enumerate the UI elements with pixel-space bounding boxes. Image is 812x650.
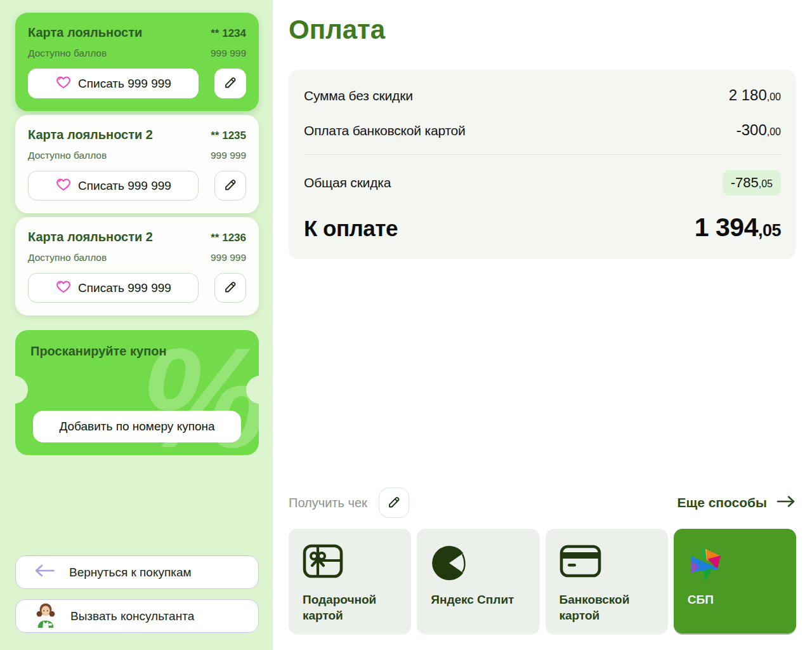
main-spacer	[289, 259, 796, 488]
receipt-label: Получить чек	[289, 496, 367, 510]
yandex-split-icon	[431, 544, 469, 584]
total-label: К оплате	[304, 216, 398, 241]
redeem-points-button[interactable]: Списать 999 999	[28, 171, 199, 201]
payment-method-label: Яндекс Сплит	[431, 592, 533, 608]
summary-divider	[304, 154, 781, 155]
loyalty-card: Карта лояльности 2 ** 1236 Доступно балл…	[15, 217, 259, 315]
edit-points-button[interactable]	[214, 69, 246, 98]
loyalty-card-number: ** 1236	[211, 232, 246, 244]
total-row: К оплате 1 394,05	[304, 213, 781, 242]
coupon-notch	[246, 376, 259, 404]
pay-sbp-tile[interactable]: СБП	[674, 529, 796, 633]
pay-yandex-split-tile[interactable]: Яндекс Сплит	[417, 529, 539, 633]
bank-card-icon	[560, 544, 601, 580]
redeem-label: Списать 999 999	[78, 281, 171, 295]
summary-row-label: Оплата банковской картой	[304, 123, 466, 138]
loyalty-card-title: Карта лояльности	[28, 25, 142, 40]
arrow-right-icon	[776, 494, 796, 512]
pencil-icon	[386, 494, 402, 512]
add-coupon-button[interactable]: Добавить по номеру купона	[33, 411, 241, 442]
coupon-title: Просканируйте купон	[30, 344, 244, 359]
payment-method-label: СБП	[688, 592, 790, 608]
summary-row-value: 2 180,00	[729, 86, 781, 104]
gift-card-icon	[303, 544, 343, 580]
receipt-row: Получить чек Еще способы	[289, 488, 796, 518]
total-value: 1 394,05	[695, 213, 781, 242]
loyalty-card-number: ** 1234	[211, 27, 246, 40]
discount-label: Общая скидка	[304, 175, 391, 190]
edit-receipt-button[interactable]	[379, 488, 409, 518]
sidebar: Карта лояльности ** 1234 Доступно баллов…	[0, 0, 273, 650]
call-consultant-button[interactable]: Вызвать консультанта	[15, 599, 259, 633]
payment-method-label: Банковской картой	[560, 592, 662, 623]
points-value: 999 999	[211, 48, 246, 59]
edit-points-button[interactable]	[214, 273, 246, 303]
back-to-shopping-button[interactable]: Вернуться к покупкам	[15, 555, 259, 589]
heart-icon	[55, 176, 72, 196]
pay-bank-card-tile[interactable]: Банковской картой	[546, 529, 668, 633]
summary-row: Сумма без скидки 2 180,00	[304, 86, 781, 104]
discount-row: Общая скидка -785,05	[304, 170, 781, 196]
arrow-left-icon	[34, 563, 56, 581]
sbp-logo-icon	[688, 544, 723, 587]
consultant-avatar-icon	[34, 600, 58, 632]
back-to-shopping-label: Вернуться к покупкам	[69, 566, 192, 580]
edit-points-button[interactable]	[214, 171, 246, 201]
points-label: Доступно баллов	[28, 48, 107, 59]
summary-row-label: Сумма без скидки	[304, 88, 413, 103]
points-value: 999 999	[211, 150, 246, 161]
points-label: Доступно баллов	[28, 252, 107, 263]
heart-icon	[55, 74, 72, 93]
call-consultant-label: Вызвать консультанта	[70, 609, 194, 623]
redeem-points-button[interactable]: Списать 999 999	[28, 273, 199, 303]
loyalty-card: Карта лояльности 2 ** 1235 Доступно балл…	[15, 115, 259, 213]
points-label: Доступно баллов	[28, 150, 107, 161]
redeem-points-button[interactable]: Списать 999 999	[28, 69, 199, 98]
discount-badge: -785,05	[723, 170, 781, 196]
loyalty-card-number: ** 1235	[211, 129, 246, 142]
sidebar-spacer	[15, 455, 259, 555]
coupon-notch	[15, 376, 28, 404]
more-methods-label: Еще способы	[677, 495, 767, 510]
payment-methods: Подарочной картой Яндекс Сплит Банковско…	[289, 529, 796, 633]
loyalty-card-title: Карта лояльности 2	[28, 230, 153, 244]
redeem-label: Списать 999 999	[78, 77, 171, 91]
payment-summary-card: Сумма без скидки 2 180,00 Оплата банковс…	[289, 70, 796, 259]
pencil-icon	[223, 279, 238, 296]
page-title: Оплата	[289, 14, 796, 46]
payment-method-label: Подарочной картой	[303, 592, 405, 623]
summary-row: Оплата банковской картой -300,00	[304, 121, 781, 139]
loyalty-card: Карта лояльности ** 1234 Доступно баллов…	[15, 13, 259, 111]
pencil-icon	[223, 177, 238, 194]
pay-gift-card-tile[interactable]: Подарочной картой	[289, 529, 411, 633]
loyalty-card-title: Карта лояльности 2	[28, 128, 153, 142]
payment-panel: Оплата Сумма без скидки 2 180,00 Оплата …	[273, 0, 812, 650]
coupon-banner: Просканируйте купон % Добавить по номеру…	[15, 330, 259, 455]
redeem-label: Списать 999 999	[78, 179, 171, 193]
pencil-icon	[223, 75, 238, 92]
points-value: 999 999	[211, 252, 246, 263]
more-methods-button[interactable]: Еще способы	[677, 494, 796, 512]
summary-row-value: -300,00	[737, 121, 781, 139]
heart-icon	[55, 278, 72, 298]
